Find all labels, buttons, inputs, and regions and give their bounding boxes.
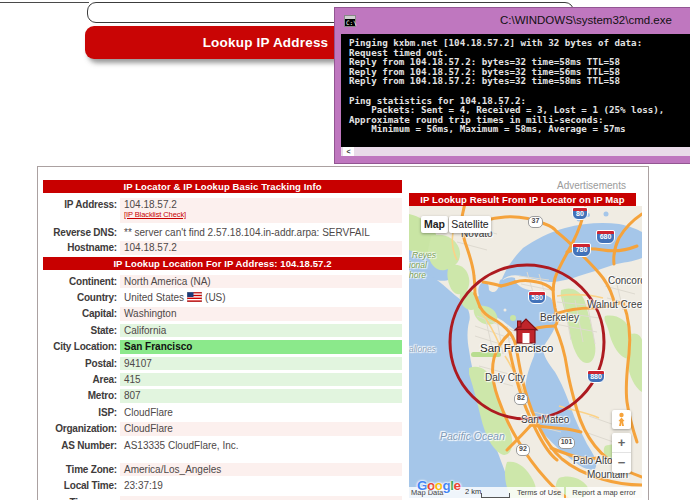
map-park-label: ional <box>409 260 427 270</box>
row-value: CloudFlare <box>120 422 402 436</box>
map-park-label: hore <box>409 270 426 280</box>
map-park-label: Reyes <box>412 250 436 260</box>
table-row: IP Address: 104.18.57.2 [IP Blacklist Ch… <box>43 197 402 225</box>
country-name: United States <box>124 292 184 303</box>
row-label: ISP: <box>43 407 117 418</box>
cmd-window: C:\ C:\WINDOWS\system32\cmd.exe Pinging … <box>335 8 690 163</box>
table-row: Country: United States(US) <box>43 290 402 306</box>
satellite-view-button[interactable]: Satellite <box>449 216 491 233</box>
row-value: 104.18.57.2 <box>120 241 402 255</box>
results-panel: Advertisements IP Locator & IP Lookup Ba… <box>37 166 649 500</box>
google-logo-letter: e <box>454 478 461 493</box>
row-label: AS Number: <box>43 440 117 451</box>
terminal-line: Reply from 104.18.57.2: bytes=32 time=58… <box>349 75 620 86</box>
pegman-icon <box>612 410 631 429</box>
table-row: Time Zone: America/Los_Angeles <box>43 462 402 478</box>
row-label: State: <box>43 325 117 336</box>
row-value: 807 <box>120 389 402 403</box>
zoom-out-button[interactable]: − <box>612 453 631 473</box>
country-code: (US) <box>205 292 226 303</box>
table-row: Capital: Washington <box>43 306 402 322</box>
row-value <box>120 496 402 500</box>
highway-shield: 780 <box>572 243 591 257</box>
map-city-label: San Mateo <box>521 414 569 425</box>
map-city-label: Daly City <box>485 372 525 383</box>
row-label: Continent: <box>43 276 117 287</box>
highway-shield: 880 <box>587 370 605 383</box>
row-label: Capital: <box>43 308 117 319</box>
map-city-label: Berkeley <box>540 312 579 323</box>
map-scale-bar <box>481 493 510 498</box>
map-water-label: Pacific Ocean <box>440 430 505 442</box>
row-value: America/Los_Angeles <box>120 463 402 477</box>
highway-shield: 82 <box>514 393 528 405</box>
table-row: Metro: 807 <box>43 388 402 404</box>
cmd-window-title: C:\WINDOWS\system32\cmd.exe <box>500 14 672 26</box>
map-result-header: IP Lookup Result From IP Locator on IP M… <box>409 193 636 206</box>
row-label: Country: <box>43 292 117 303</box>
map-city-label: Concord <box>608 275 642 286</box>
row-label: Time Zone: <box>43 464 117 475</box>
google-logo-letter: G <box>417 478 427 493</box>
highway-shield: 580 <box>528 291 546 304</box>
table-row: ISP: CloudFlare <box>43 405 402 421</box>
scroll-left-arrow-icon[interactable]: < <box>343 147 354 156</box>
pegman-streetview-control[interactable] <box>612 410 631 429</box>
row-value: CloudFlare <box>120 406 402 420</box>
row-value: 415 <box>120 373 402 387</box>
location-header: IP Lookup Location For IP Address: 104.1… <box>43 257 402 270</box>
table-row: Local Time: 23:37:19 <box>43 478 402 494</box>
ip-location-map[interactable]: Novato Concord Berkeley Walnut Cree San … <box>409 206 642 498</box>
cmd-icon: C:\ <box>344 15 356 27</box>
table-row: City Location: San Francisco <box>43 339 402 355</box>
row-label: City Location: <box>43 341 117 352</box>
row-label: IP Address: <box>43 199 117 210</box>
table-row: AS Number: AS13335 CloudFlare, Inc. <box>43 438 402 454</box>
table-row: Reverse DNS: ** server can't find 2.57.1… <box>43 225 402 241</box>
row-label: Hostname: <box>43 242 117 253</box>
row-label: Organization: <box>43 423 117 434</box>
table-row: Area: 415 <box>43 372 402 388</box>
row-value: 94107 <box>120 357 402 371</box>
basic-tracking-header: IP Locator & IP Lookup Basic Tracking In… <box>43 180 402 193</box>
terminal-line: Minimum = 56ms, Maximum = 58ms, Average … <box>349 123 626 134</box>
cmd-horizontal-scrollbar[interactable]: < <box>341 147 690 156</box>
terms-of-use-link[interactable]: Terms of Use <box>514 487 564 498</box>
report-map-error-link[interactable]: Report a map error <box>566 487 642 498</box>
map-city-label: Walnut Cree <box>587 299 642 310</box>
table-row: State: California <box>43 323 402 339</box>
row-label: Metro: <box>43 390 117 401</box>
map-view-button[interactable]: Map <box>421 216 448 233</box>
table-row: Postal: 94107 <box>43 356 402 372</box>
highway-shield: 101 <box>558 437 575 449</box>
table-row: Organization: CloudFlare <box>43 421 402 437</box>
map-city-label: Palo Alto <box>573 455 612 466</box>
row-value: Washington <box>120 307 402 321</box>
google-logo-letter: o <box>435 478 443 493</box>
map-scale-label: 2 km <box>465 487 481 496</box>
row-label: Reverse DNS: <box>43 227 117 238</box>
table-row: Timezone: <box>43 495 402 500</box>
table-row: Continent: North America (NA) <box>43 274 402 290</box>
map-city-label: San Francisco <box>480 342 554 354</box>
zoom-in-button[interactable]: + <box>612 433 631 453</box>
row-value: 23:37:19 <box>120 479 402 493</box>
map-zoom-control[interactable]: + − <box>612 433 631 473</box>
highway-shield: 92 <box>516 444 530 456</box>
ip-blacklist-check-link[interactable]: [IP Blacklist Check] <box>124 210 186 219</box>
us-flag-icon <box>187 292 202 305</box>
row-value: United States(US) <box>120 291 402 305</box>
map-water-label: allones <box>409 344 436 354</box>
top-divider <box>0 2 89 3</box>
highway-shield: 37 <box>528 216 543 228</box>
row-value: AS13335 CloudFlare, Inc. <box>120 439 402 453</box>
row-label: Area: <box>43 374 117 385</box>
google-logo: Google <box>417 478 461 493</box>
cmd-icon-text: C:\ <box>346 19 357 26</box>
row-value: North America (NA) <box>120 275 402 289</box>
highway-shield: 80 <box>572 207 588 220</box>
page: Lookup IP Address C:\ C:\WINDOWS\system3… <box>0 0 690 500</box>
row-label: Local Time: <box>43 480 117 491</box>
cmd-terminal-output: Pinging kxbm.net [104.18.57.2] with 32 b… <box>341 34 690 147</box>
table-row: Hostname: 104.18.57.2 <box>43 240 402 256</box>
